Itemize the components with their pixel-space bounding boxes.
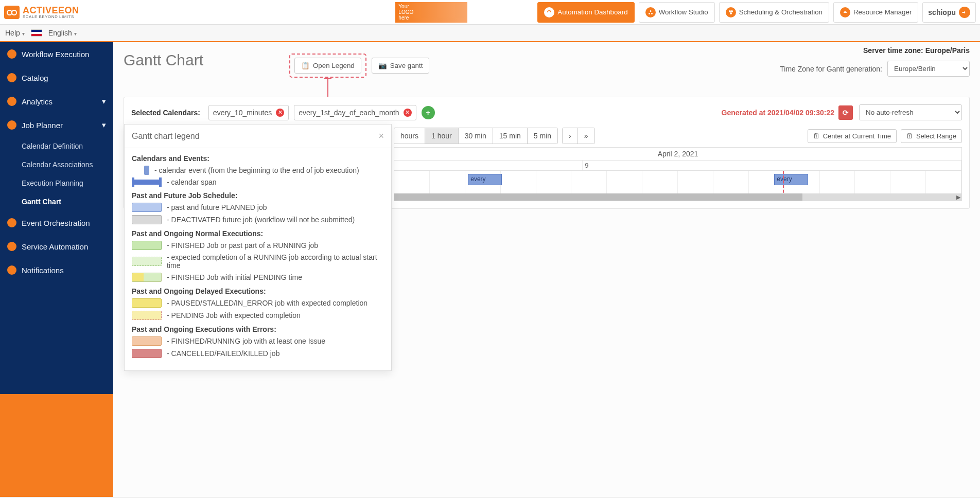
gantt-panel: Selected Calendars: every_10_minutes ✕ e… (124, 97, 970, 209)
legend-swatch (132, 273, 162, 282)
dashboard-icon (544, 7, 554, 17)
sidebar-sub-gantt-chart[interactable]: Gantt Chart (0, 192, 113, 211)
brand-logo[interactable]: ACTIVEEON SCALE BEYOND LIMITS (4, 6, 79, 19)
sidebar: Workflow Execution Catalog Analytics ▾ J… (0, 42, 113, 497)
bell-icon (7, 265, 16, 275)
gantt-date-header: April 2, 2021 (394, 148, 961, 161)
legend-section-heading: Past and Ongoing Delayed Executions: (132, 287, 384, 295)
brand-tagline: SCALE BEYOND LIMITS (23, 15, 79, 19)
add-calendar-button[interactable]: + (422, 106, 435, 119)
scheduling-icon (726, 7, 736, 17)
center-current-time-button[interactable]: 🗓 Center at Current Time (808, 129, 897, 143)
main-content: Server time zone: Europe/Paris Gantt Cha… (113, 42, 980, 497)
legend-swatch (132, 241, 162, 250)
jobplanner-icon (7, 120, 16, 130)
gantt-scrollbar[interactable]: ▶ (394, 193, 961, 201)
paas-icon (7, 242, 16, 251)
legend-swatch (132, 336, 162, 346)
calendar-chip: every_10_minutes ✕ (208, 105, 289, 120)
zoom-30min[interactable]: 30 min (459, 128, 493, 144)
remove-calendar-button[interactable]: ✕ (276, 109, 284, 117)
refresh-button[interactable]: ⟳ (838, 105, 853, 120)
zoom-15min[interactable]: 15 min (493, 128, 528, 144)
remove-calendar-button[interactable]: ✕ (404, 109, 412, 117)
nav-arrows: › » (562, 128, 594, 144)
server-timezone: Server time zone: Europe/Paris (863, 46, 970, 55)
sidebar-item-catalog[interactable]: Catalog (0, 66, 113, 90)
sidebar-item-notifications[interactable]: Notifications (0, 258, 113, 282)
tz-select[interactable]: Europe/Berlin (887, 61, 970, 77)
language-menu[interactable]: English (48, 29, 77, 37)
save-gantt-button[interactable]: 📷 Save gantt (372, 58, 430, 74)
resource-icon (840, 7, 850, 17)
zoom-hours[interactable]: hours (394, 128, 425, 144)
legend-section-heading: Past and Future Job Schedule: (132, 191, 384, 200)
logout-icon (959, 7, 970, 18)
legend-section-heading: Past and Ongoing Normal Executions: (132, 229, 384, 238)
gantt-bar[interactable]: every (774, 174, 808, 185)
nav-automation-dashboard[interactable]: Automation Dashboard (537, 2, 634, 23)
page-title: Gantt Chart (124, 51, 203, 69)
help-menu[interactable]: Help (5, 29, 25, 37)
range-icon: 🗓 (906, 132, 913, 140)
nav-workflow-studio[interactable]: Workflow Studio (639, 2, 715, 23)
gantt-body[interactable]: every every (394, 171, 961, 193)
secondary-bar: Help English (0, 25, 980, 42)
nav-scheduling[interactable]: Scheduling & Orchestration (719, 2, 829, 23)
legend-swatch (132, 298, 162, 308)
user-menu[interactable]: schiopu (922, 2, 976, 23)
sidebar-sub-calendar-associations[interactable]: Calendar Associations (0, 155, 113, 174)
sidebar-footer-area (0, 394, 113, 497)
legend-section-heading: Past and Ongoing Executions with Errors: (132, 325, 384, 333)
generated-timestamp: Generated at 2021/04/02 09:30:22 ⟳ (722, 105, 853, 120)
legend-swatch (132, 257, 162, 266)
legend-swatch (132, 203, 162, 212)
autorefresh-select[interactable]: No auto-refresh (859, 104, 962, 120)
nav-forward[interactable]: » (578, 128, 594, 144)
svg-point-2 (651, 13, 653, 14)
legend-popup: Gantt chart legend × Calendars and Event… (124, 124, 392, 371)
close-legend-button[interactable]: × (378, 131, 384, 141)
svg-point-0 (650, 10, 651, 12)
event-icon (7, 218, 16, 227)
sidebar-item-analytics[interactable]: Analytics ▾ (0, 90, 113, 113)
svg-point-4 (731, 10, 733, 12)
catalog-icon (7, 73, 16, 82)
gantt-hour-header: 9 (394, 161, 961, 171)
legend-swatch (144, 166, 149, 175)
tz-gen-label: Time Zone for Gantt generation: (780, 65, 882, 73)
scroll-right-icon: ▶ (956, 194, 960, 201)
flag-icon (31, 29, 42, 37)
sidebar-item-service-automation[interactable]: Service Automation (0, 235, 113, 258)
brand-name: ACTIVEEON (23, 6, 79, 15)
username: schiopu (928, 8, 956, 16)
sidebar-item-job-planner[interactable]: Job Planner ▾ (0, 113, 113, 137)
legend-swatch (132, 311, 162, 320)
legend-swatch (132, 180, 162, 185)
gantt-bar[interactable]: every (468, 174, 502, 185)
legend-icon: 📋 (301, 62, 310, 69)
nav-next[interactable]: › (563, 128, 578, 144)
legend-swatch (132, 349, 162, 358)
sidebar-sub-execution-planning[interactable]: Execution Planning (0, 174, 113, 192)
top-nav: ACTIVEEON SCALE BEYOND LIMITS Your LOGO … (0, 0, 980, 25)
analytics-icon (7, 97, 16, 106)
sidebar-item-workflow-execution[interactable]: Workflow Execution (0, 42, 113, 66)
gantt-chart-area: April 2, 2021 9 every every (394, 147, 962, 201)
legend-section-heading: Calendars and Events: (132, 154, 384, 163)
zoom-1hour[interactable]: 1 hour (425, 128, 459, 144)
selected-calendars-label: Selected Calendars: (131, 109, 200, 117)
open-legend-highlight: 📋 Open Legend (289, 54, 366, 78)
open-legend-button[interactable]: 📋 Open Legend (294, 58, 361, 74)
calendar-icon: 🗓 (813, 132, 820, 140)
sidebar-sub-calendar-definition[interactable]: Calendar Definition (0, 137, 113, 155)
svg-point-5 (730, 12, 732, 14)
select-range-button[interactable]: 🗓 Select Range (901, 129, 962, 143)
zoom-5min[interactable]: 5 min (528, 128, 557, 144)
legend-title: Gantt chart legend (132, 132, 200, 141)
studio-icon (645, 7, 656, 17)
your-logo-placeholder: Your LOGO here (395, 2, 467, 23)
sidebar-item-event-orchestration[interactable]: Event Orchestration (0, 211, 113, 235)
nav-resource-manager[interactable]: Resource Manager (833, 2, 918, 23)
svg-point-1 (649, 13, 650, 14)
